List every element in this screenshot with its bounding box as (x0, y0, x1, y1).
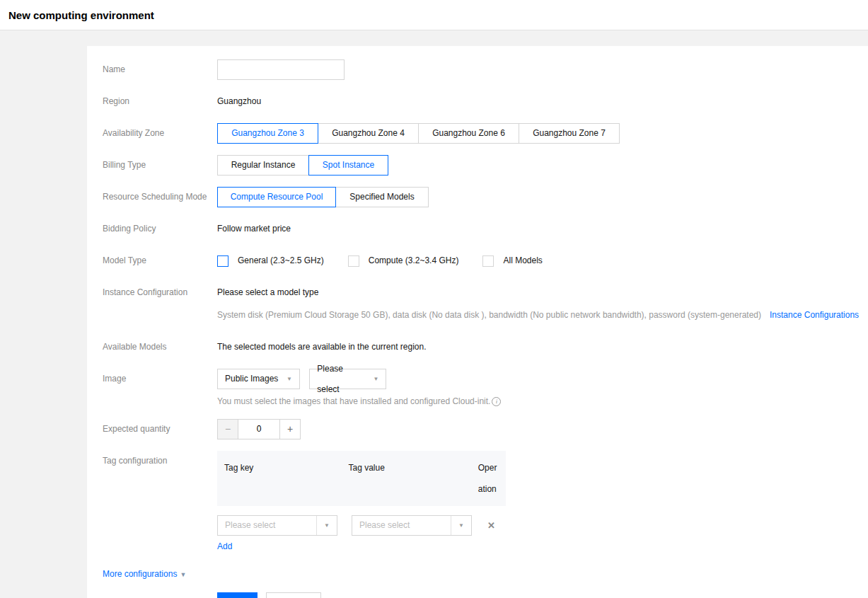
tag-key-select-placeholder: Please select (218, 515, 316, 536)
instance-configuration-label: Instance Configuration (87, 282, 217, 326)
more-configurations-link[interactable]: More configurations▼ (103, 569, 186, 579)
quantity-decrease-button[interactable]: − (217, 419, 238, 439)
instance-configuration-primary: Please select a model type (217, 282, 859, 303)
row-region: Region Guangzhou (87, 91, 868, 112)
billing-option-spot-instance[interactable]: Spot Instance (308, 155, 388, 176)
chevron-down-icon: ▼ (316, 516, 337, 535)
name-label: Name (87, 59, 217, 80)
available-models-value: The selected models are available in the… (217, 337, 427, 357)
tag-configuration-label: Tag configuration (87, 451, 217, 557)
ok-button[interactable]: OK (217, 592, 257, 598)
row-name: Name (87, 59, 868, 80)
billing-type-options: Regular Instance Spot Instance (217, 155, 388, 176)
row-bidding-policy: Bidding Policy Follow market price (87, 219, 868, 239)
quantity-value[interactable]: 0 (238, 419, 279, 439)
name-input[interactable] (217, 59, 345, 80)
close-icon: ✕ (487, 520, 495, 531)
quantity-increase-button[interactable]: + (279, 419, 301, 439)
checkbox-general-label[interactable]: General (2.3~2.5 GHz) (238, 251, 324, 271)
tag-value-column-header: Tag value (348, 457, 478, 500)
row-more-configurations: More configurations▼ (87, 568, 868, 581)
tag-table-header: Tag key Tag value Operation (217, 451, 506, 506)
tag-operation-column-header: Operation (478, 457, 499, 500)
availability-zone-label: Availability Zone (87, 123, 217, 144)
more-configurations-label: More configurations (103, 569, 177, 579)
checkbox-all-models[interactable] (482, 255, 494, 267)
image-select-value: Please select (310, 359, 366, 400)
instance-configuration-summary: System disk (Premium Cloud Storage 50 GB… (217, 310, 761, 320)
resource-scheduling-options: Compute Resource Pool Specified Models (217, 187, 429, 207)
checkbox-all-models-label[interactable]: All Models (503, 251, 542, 271)
tag-value-select-placeholder: Please select (352, 515, 451, 536)
checkbox-compute[interactable] (348, 255, 359, 267)
form-panel: Name Region Guangzhou Availability Zone … (87, 46, 868, 598)
scheduling-option-compute-resource-pool[interactable]: Compute Resource Pool (217, 187, 336, 207)
billing-type-label: Billing Type (87, 155, 217, 176)
tag-row-delete-button[interactable]: ✕ (487, 515, 495, 536)
minus-icon: − (225, 419, 231, 439)
row-billing-type: Billing Type Regular Instance Spot Insta… (87, 155, 868, 176)
row-tag-configuration: Tag configuration Tag key Tag value Oper… (87, 451, 868, 557)
page-content: Name Region Guangzhou Availability Zone … (0, 30, 868, 598)
chevron-down-icon: ▼ (451, 516, 471, 535)
row-image: Image Public Images ▼ Please select ▼ Yo… (87, 369, 868, 408)
resource-scheduling-mode-label: Resource Scheduling Mode (87, 187, 217, 207)
image-type-select-value: Public Images (218, 369, 279, 389)
bidding-policy-label: Bidding Policy (87, 219, 217, 239)
tag-value-select[interactable]: Please select ▼ (352, 515, 472, 536)
region-value: Guangzhou (217, 91, 261, 112)
actions-spacer (87, 592, 217, 598)
caret-down-icon: ▼ (180, 571, 186, 578)
add-tag-link[interactable]: Add (217, 541, 232, 553)
zone-option-guangzhou-4[interactable]: Guangzhou Zone 4 (318, 123, 419, 144)
chevron-down-icon: ▼ (366, 369, 386, 389)
row-instance-configuration: Instance Configuration Please select a m… (87, 282, 868, 326)
row-model-type: Model Type General (2.3~2.5 GHz) Compute… (87, 251, 868, 271)
zone-option-guangzhou-6[interactable]: Guangzhou Zone 6 (418, 123, 519, 144)
region-label: Region (87, 91, 217, 112)
expected-quantity-label: Expected quantity (87, 419, 217, 439)
zone-option-guangzhou-7[interactable]: Guangzhou Zone 7 (519, 123, 620, 144)
chevron-down-icon: ▼ (279, 369, 299, 389)
page-header: New computing environment (0, 0, 868, 30)
model-type-options: General (2.3~2.5 GHz) Compute (3.2~3.4 G… (217, 251, 567, 271)
tag-key-select[interactable]: Please select ▼ (217, 515, 337, 536)
cancel-button[interactable]: Cancel (266, 592, 321, 598)
model-type-label: Model Type (87, 251, 217, 271)
image-note: You must select the images that have ins… (217, 396, 490, 408)
row-actions: OK Cancel (87, 592, 868, 598)
row-resource-scheduling-mode: Resource Scheduling Mode Compute Resourc… (87, 187, 868, 207)
instance-configurations-link[interactable]: Instance Configurations (770, 310, 859, 320)
available-models-label: Available Models (87, 337, 217, 357)
row-expected-quantity: Expected quantity − 0 + (87, 419, 868, 439)
bidding-policy-value: Follow market price (217, 219, 291, 239)
tag-key-column-header: Tag key (224, 457, 348, 500)
image-label: Image (87, 369, 217, 408)
page-title: New computing environment (8, 9, 154, 21)
row-available-models: Available Models The selected models are… (87, 337, 868, 357)
checkbox-compute-label[interactable]: Compute (3.2~3.4 GHz) (369, 251, 459, 271)
image-select[interactable]: Please select ▼ (309, 369, 386, 389)
quantity-stepper: − 0 + (217, 419, 301, 439)
image-type-select[interactable]: Public Images ▼ (217, 369, 300, 389)
tag-table-row: Please select ▼ Please select ▼ ✕ (217, 515, 506, 536)
scheduling-option-specified-models[interactable]: Specified Models (335, 187, 429, 207)
availability-zone-options: Guangzhou Zone 3 Guangzhou Zone 4 Guangz… (217, 123, 620, 144)
plus-icon: + (287, 419, 293, 439)
checkbox-general[interactable] (217, 255, 228, 267)
zone-option-guangzhou-3[interactable]: Guangzhou Zone 3 (217, 123, 318, 144)
billing-option-regular-instance[interactable]: Regular Instance (217, 155, 309, 176)
info-icon[interactable]: i (492, 397, 501, 406)
row-availability-zone: Availability Zone Guangzhou Zone 3 Guang… (87, 123, 868, 144)
